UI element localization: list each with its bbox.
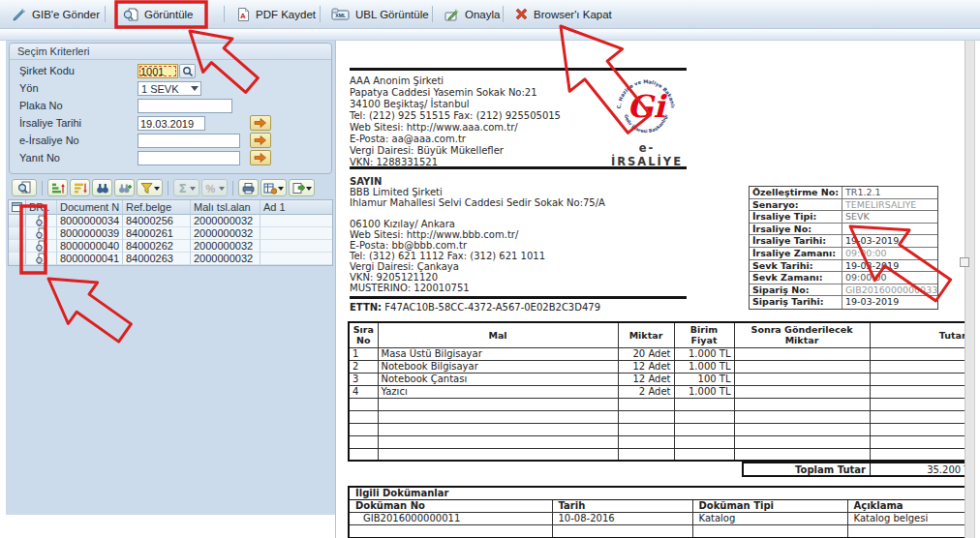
irsaliye-info-box: Özelleştirme No:TR1.2.1 Senaryo:TEMELIRS… (749, 186, 938, 310)
row-selector[interactable] (9, 215, 26, 227)
toolbar-separator (224, 6, 225, 22)
item-no: 1 (349, 347, 378, 360)
plaka-no-input[interactable] (138, 99, 232, 113)
e-irsaliye-no-range-button[interactable] (250, 133, 271, 148)
cell-mali-tsl-alan[interactable]: 2000000032 (191, 215, 260, 227)
yanit-no-input[interactable] (138, 151, 240, 165)
cell-ad1[interactable] (260, 215, 332, 227)
item-row-empty (349, 398, 965, 410)
grid-column-br[interactable]: BR.. (26, 200, 57, 215)
cell-document-n[interactable]: 8000000041 (57, 253, 123, 265)
grid-print-button[interactable] (238, 179, 259, 196)
cell-document-n[interactable]: 8000000034 (57, 215, 123, 227)
browser-kapat-button[interactable]: Browser'ı Kapat (514, 0, 612, 28)
grid-column-mali-tsl-alan[interactable]: Malı tsl.alan (191, 200, 260, 215)
row-preview-cell[interactable] (26, 227, 57, 240)
pdf-kaydet-button[interactable]: A PDF Kaydet (236, 0, 316, 28)
svg-text:XML: XML (335, 13, 347, 18)
sender-name: AAA Anonim Şirketi (350, 75, 561, 87)
related-col-dokuman-no: Doküman No (349, 500, 552, 513)
grid-row[interactable]: 8000000034 84000256 2000000032 (9, 215, 332, 227)
cell-ref-belge[interactable]: 84000263 (123, 253, 191, 265)
pane-splitter[interactable] (965, 41, 975, 538)
grid-details-button[interactable] (12, 179, 37, 196)
grid-filter-button[interactable] (137, 179, 163, 196)
related-doc-row: GIB2016000000011 10-08-2016 Katalog Kata… (349, 513, 965, 525)
item-row-empty (349, 410, 965, 423)
info-label: İrsaliye Tipi: (750, 211, 842, 223)
row-selector[interactable] (9, 253, 26, 265)
item-row-empty (349, 423, 965, 435)
grid-column-ad1[interactable]: Ad 1 (260, 200, 332, 215)
yanit-no-label: Yanıt No (19, 152, 60, 164)
grid-row[interactable]: 8000000039 84000261 2000000032 (9, 227, 332, 240)
info-label: İrsaliye Tarihi: (750, 235, 842, 247)
grid-row[interactable]: 8000000040 84000262 2000000032 (9, 240, 332, 253)
goruntule-button[interactable]: Görüntüle (123, 0, 194, 28)
cell-ref-belge[interactable]: 84000256 (123, 215, 191, 227)
filter-icon (140, 182, 153, 194)
cell-ad1[interactable] (260, 240, 332, 253)
onayla-button[interactable]: Onayla (444, 0, 500, 28)
item-mal: Yazıcı (378, 385, 618, 398)
info-value: 09:00:00 (842, 272, 937, 284)
grid-column-ref-belge[interactable]: Ref.belge (123, 200, 191, 215)
cell-ref-belge[interactable]: 84000261 (123, 227, 191, 240)
irsaliye-tarihi-range-button[interactable] (250, 115, 271, 131)
cell-document-n[interactable]: 8000000039 (57, 227, 123, 240)
grid-find-button[interactable] (92, 179, 112, 196)
grid-percent-button[interactable]: % (201, 179, 228, 196)
yon-select[interactable]: 1 SEVK (138, 81, 201, 96)
row-selector[interactable] (9, 227, 26, 240)
info-label: Sevk Zamanı: (750, 272, 842, 284)
recipient-vkn: VKN: 9205121120 (350, 272, 605, 283)
recipient-city: 06100 Kızılay/ Ankara (350, 219, 605, 229)
field-row-plaka-no: Plaka No (10, 99, 329, 113)
cell-mali-tsl-alan[interactable]: 2000000032 (191, 227, 260, 240)
grid-views-button[interactable] (260, 179, 287, 196)
e-irsaliye-no-input[interactable] (138, 134, 240, 148)
items-col-tutar: Tutar (870, 322, 965, 347)
irsaliye-tarihi-input[interactable] (138, 116, 205, 131)
row-preview-cell[interactable] (26, 253, 57, 265)
cell-mali-tsl-alan[interactable]: 2000000032 (191, 240, 260, 253)
splitter-handle[interactable] (960, 257, 969, 267)
grid-toolbar-separator (168, 181, 168, 195)
cell-ad1[interactable] (260, 227, 332, 240)
document-preview-icon (35, 253, 47, 265)
ubl-goruntule-button[interactable]: XML UBL Görüntüle (331, 0, 429, 28)
grid-find-next-button[interactable] (114, 179, 135, 196)
cell-ref-belge[interactable]: 84000262 (123, 240, 191, 253)
svg-text:Σ: Σ (179, 182, 187, 194)
row-preview-cell[interactable] (26, 240, 57, 253)
yanit-no-range-button[interactable] (250, 150, 271, 165)
cell-ad1[interactable] (260, 253, 332, 265)
spacer (350, 208, 605, 219)
grid-sort-descending-button[interactable] (70, 179, 90, 196)
grid-column-document-n[interactable]: Document N (57, 200, 123, 215)
svg-text:%: % (205, 183, 215, 194)
grid-export-button[interactable] (289, 179, 315, 196)
grid-sort-ascending-button[interactable] (47, 179, 68, 196)
sirket-kodu-label: Şirket Kodu (19, 65, 75, 76)
gib-gonder-button[interactable]: GIB'e Gönder (12, 0, 100, 28)
sirket-kodu-lookup-button[interactable] (179, 64, 196, 78)
total-value: 35.200 TL (871, 463, 965, 475)
cell-document-n[interactable]: 8000000040 (57, 240, 123, 253)
gib-logo: T.C. Hazine ve Maliye Bakanlığı Gelir İd… (613, 74, 679, 139)
divider (350, 68, 687, 71)
approve-pen-icon (444, 7, 460, 22)
item-row: 1 Masa Üstü Bilgisayar 20 Adet 1.000 TL … (349, 347, 965, 360)
grid-select-all-button[interactable] (9, 200, 26, 215)
sirket-kodu-input[interactable] (138, 64, 178, 78)
cell-mali-tsl-alan[interactable]: 2000000032 (191, 253, 260, 265)
row-selector[interactable] (9, 240, 26, 253)
irsaliye-tarihi-label: İrsaliye Tarihi (19, 117, 81, 129)
grid-sum-button[interactable]: Σ (173, 179, 199, 196)
info-value: 19-03-2019 (842, 235, 937, 247)
grid-row[interactable]: 8000000041 84000263 2000000032 (9, 253, 332, 265)
onayla-label: Onayla (465, 9, 500, 20)
item-row-empty (349, 435, 965, 448)
row-preview-cell[interactable] (26, 215, 57, 227)
info-label: Sevk Tarihi: (750, 260, 842, 272)
